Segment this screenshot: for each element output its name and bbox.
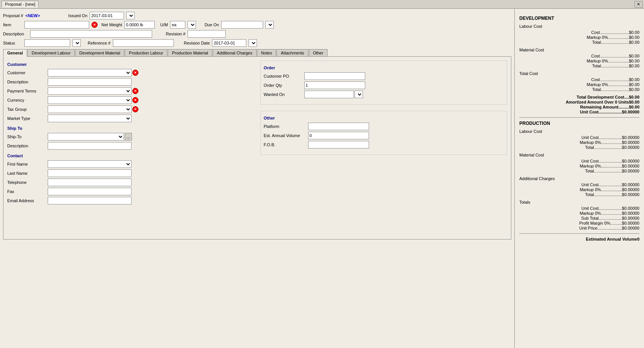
issued-on-dropdown[interactable]: ▼ (126, 12, 135, 19)
contact-section: First Name Last Name Telephone Fax Email… (7, 160, 254, 204)
customer-select[interactable] (48, 69, 132, 77)
revision-date-input[interactable] (212, 39, 246, 47)
status-dropdown[interactable]: ▼ (72, 39, 81, 47)
payment-terms-clear-button[interactable] (132, 88, 138, 94)
order-section: Order Customer PO Order Qty Wanted On ▼ (260, 61, 507, 105)
dev-labour-cost-title: Labour Cost (519, 24, 639, 29)
due-on-dropdown[interactable]: ▼ (265, 21, 274, 29)
reference-label: Reference # (88, 41, 111, 45)
last-name-input[interactable] (48, 169, 132, 177)
payment-terms-select[interactable] (48, 87, 132, 95)
revision-input[interactable] (188, 30, 226, 38)
customer-section-title: Customer (7, 62, 254, 67)
dev-tc-total-label: Total........................ (592, 87, 629, 92)
close-button[interactable]: ✕ (634, 1, 642, 8)
tab-general[interactable]: General (3, 49, 27, 57)
fob-input[interactable] (308, 141, 369, 148)
tab-additional-charges[interactable]: Additional Charges (213, 49, 257, 56)
customer-description-input[interactable] (48, 78, 132, 86)
last-name-label: Last Name (7, 171, 45, 176)
prod-additional-charges-title: Additional Charges (519, 176, 639, 181)
right-panel: DEVELOPMENT Labour Cost Cost............… (514, 9, 644, 348)
wanted-on-dropdown[interactable]: ▼ (355, 91, 363, 98)
prod-totals-sub-total-value: $0.00000 (622, 216, 639, 220)
fax-input[interactable] (48, 188, 132, 195)
order-qty-label: Order Qty (264, 83, 302, 88)
est-annual-volume-label: Est. Annual Volume (264, 133, 306, 138)
amortized-label: Amortized Amount Over 0 Units (566, 100, 629, 104)
payment-terms-label: Payment Terms (7, 89, 45, 93)
prod-ac-markup-label: Markup 0%.................. (580, 187, 622, 192)
first-name-select[interactable] (48, 160, 132, 168)
contact-section-title: Contact (7, 153, 254, 158)
currency-clear-button[interactable] (132, 97, 138, 103)
tab-notes[interactable]: Notes (257, 49, 276, 56)
currency-label: Currency (7, 98, 45, 102)
tax-group-label: Tax Group (7, 107, 45, 112)
prod-ac-total-label: Total........................ (585, 192, 622, 197)
item-input[interactable] (24, 21, 89, 29)
other-fields: Platform Est. Annual Volume F.O.B. (264, 123, 504, 148)
tab-attachments[interactable]: Attachments (276, 49, 308, 56)
dev-lc-cost-value: $0.00 (629, 30, 639, 35)
prod-totals-markup-label: Markup 0%.................. (580, 211, 622, 216)
dev-total-cost-title: Total Cost (519, 71, 639, 76)
order-qty-input[interactable] (304, 81, 365, 89)
telephone-label: Telephone (7, 180, 45, 185)
net-weight-input[interactable] (124, 21, 155, 29)
dev-mc-cost-value: $0.00 (629, 54, 639, 58)
market-type-label: Market Type (7, 116, 45, 121)
customer-po-input[interactable] (304, 72, 365, 80)
wanted-on-label: Wanted On (264, 92, 302, 97)
platform-input[interactable] (308, 123, 369, 130)
item-clear-button[interactable] (92, 22, 98, 28)
prod-material-cost-title: Material Cost (519, 153, 639, 157)
due-on-label: Due On (204, 22, 219, 27)
prod-totals-title: Totals (519, 200, 639, 204)
issued-on-label: Issued On (68, 13, 87, 18)
market-type-select[interactable] (48, 115, 132, 122)
dev-lc-total-value: $0.00 (629, 40, 639, 45)
ship-to-select[interactable] (48, 133, 124, 140)
prod-mc-total-value: $0.00000 (622, 169, 639, 173)
tab-development-material[interactable]: Development Material (75, 49, 124, 56)
customer-clear-button[interactable] (132, 70, 138, 76)
description-input[interactable] (30, 30, 152, 38)
ship-to-description-label: Description (7, 144, 45, 148)
tax-group-select[interactable] (48, 105, 132, 113)
tab-other[interactable]: Other (309, 49, 328, 56)
email-input[interactable] (48, 197, 132, 204)
tax-group-clear-button[interactable] (132, 106, 138, 112)
net-weight-label: Net Weight (101, 22, 122, 27)
currency-select[interactable] (48, 96, 132, 104)
order-section-title: Order (264, 65, 504, 70)
first-name-label: First Name (7, 162, 45, 166)
issued-on-input[interactable] (90, 12, 124, 19)
tab-production-material[interactable]: Production Material (168, 49, 212, 56)
customer-description-label: Description (7, 80, 45, 84)
prod-lc-unit-cost-value: $0.00000 (622, 135, 639, 140)
dev-tc-markup-value: $0.00 (629, 82, 639, 87)
ship-to-dots-button[interactable]: ... (125, 133, 132, 140)
tab-production-labour[interactable]: Production Labour (125, 49, 167, 56)
ship-to-description-input[interactable] (48, 142, 132, 150)
revision-date-dropdown[interactable]: ▼ (249, 39, 257, 47)
prod-lc-markup-value: $0.00000 (622, 140, 639, 145)
prod-totals-markup-value: $0.00000 (622, 211, 639, 216)
reference-input[interactable] (113, 39, 174, 47)
item-label: Item (3, 22, 22, 27)
status-input[interactable] (24, 39, 70, 47)
prod-lc-markup-label: Markup 0%.................. (580, 140, 622, 145)
um-input[interactable] (170, 21, 185, 29)
customer-section: Customer Description Payment Terms C (7, 69, 254, 122)
dev-tc-markup-label: Markup 0%.................. (587, 82, 629, 87)
due-on-input[interactable] (221, 21, 263, 29)
est-annual-volume-footer-label: Estimated Annual Volume (586, 237, 637, 241)
tab-development-labour[interactable]: Development Labour (27, 49, 75, 56)
prod-lc-total-label: Total........................ (585, 145, 622, 150)
wanted-on-input[interactable] (304, 91, 354, 98)
telephone-input[interactable] (48, 179, 132, 186)
est-annual-volume-input[interactable] (308, 132, 369, 139)
ship-to-section-title: Ship To (7, 126, 254, 131)
um-dropdown[interactable]: ▼ (188, 21, 196, 29)
